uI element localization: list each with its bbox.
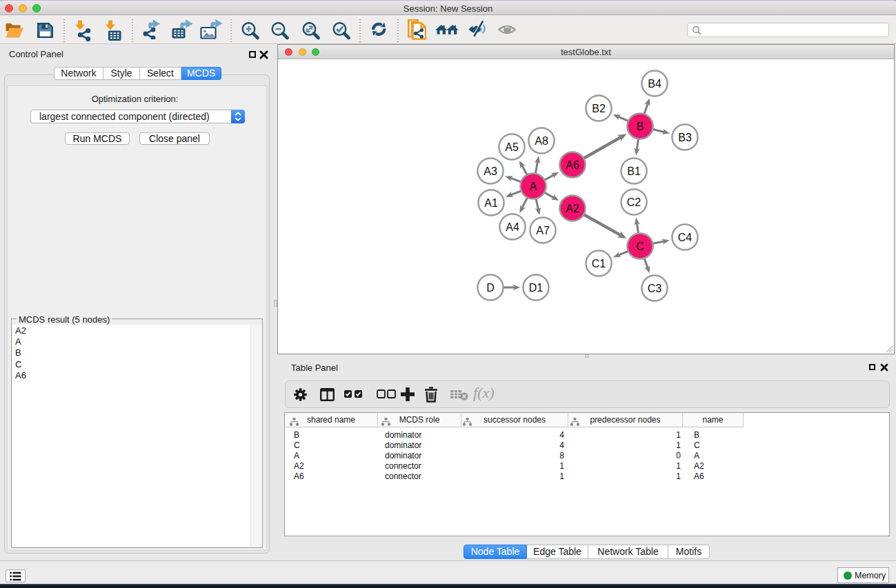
- svg-text:A2: A2: [566, 203, 579, 214]
- svg-text:B2: B2: [592, 103, 606, 114]
- svg-text:A5: A5: [505, 141, 519, 153]
- svg-text:A8: A8: [535, 135, 548, 147]
- svg-text:B1: B1: [627, 165, 641, 177]
- svg-text:C: C: [636, 241, 644, 252]
- svg-text:B3: B3: [678, 132, 692, 143]
- svg-text:C2: C2: [627, 196, 641, 208]
- svg-text:A6: A6: [566, 159, 579, 171]
- svg-text:B: B: [637, 121, 644, 132]
- svg-text:C3: C3: [648, 283, 662, 294]
- svg-text:C1: C1: [592, 258, 606, 270]
- svg-text:A7: A7: [536, 225, 550, 236]
- svg-text:A1: A1: [484, 197, 498, 209]
- svg-text:C4: C4: [678, 232, 693, 243]
- svg-text:D: D: [486, 282, 495, 294]
- svg-text:A3: A3: [484, 165, 497, 177]
- svg-text:A4: A4: [506, 221, 519, 233]
- svg-text:D1: D1: [529, 282, 544, 294]
- svg-text:A: A: [530, 181, 537, 192]
- svg-text:B4: B4: [648, 78, 661, 90]
